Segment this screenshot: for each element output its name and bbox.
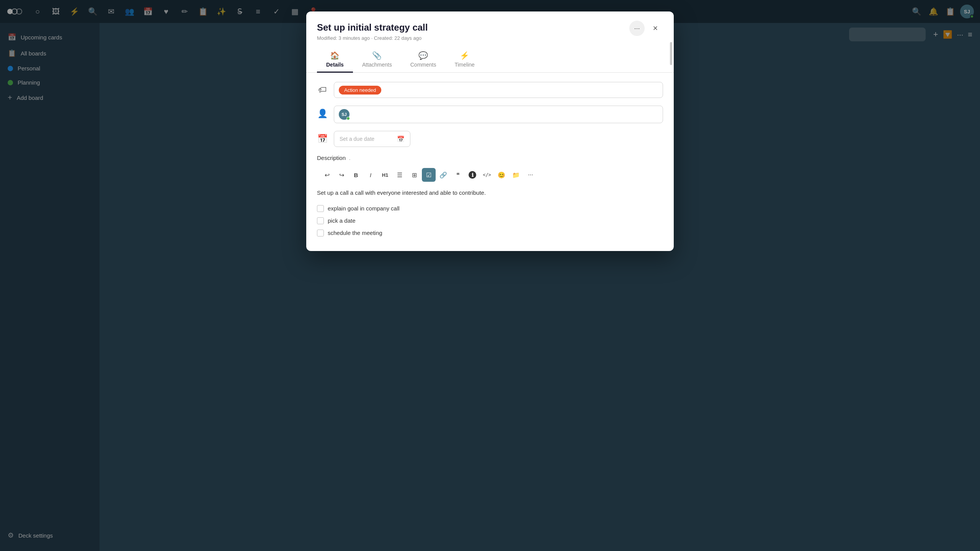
modal-title: Set up initial strategy call [317,22,663,33]
attachments-tab-icon: 📎 [372,51,382,60]
more-dots-icon: ··· [634,24,640,33]
modal-more-button[interactable]: ··· [629,21,645,36]
labels-container[interactable]: Action needed [334,82,663,98]
bullet-list-button[interactable]: ☰ [393,168,407,182]
comments-tab-icon: 💬 [418,51,428,60]
emoji-button[interactable]: 😊 [495,168,508,182]
bold-button[interactable]: B [349,168,363,182]
tab-comments-label: Comments [410,62,436,68]
card-detail-modal: Set up initial strategy call Modified: 3… [306,11,674,251]
tab-attachments-label: Attachments [362,62,392,68]
calendar-icon: 📅 [397,135,405,143]
assignee-field-content: SJ [334,106,663,123]
modal-actions: ··· × [629,21,663,36]
more-formats-icon: ··· [528,171,533,178]
modal-close-button[interactable]: × [648,21,663,36]
bold-icon: B [354,172,358,178]
modal-header: Set up initial strategy call Modified: 3… [306,11,674,41]
cursor-dot: · [349,155,351,163]
assignee-online-dot [346,117,350,120]
editor-toolbar: ↩ ↪ B I H1 ☰ [317,166,663,184]
file-button[interactable]: 📁 [509,168,523,182]
checklist-label-2: pick a date [328,217,356,224]
tab-details[interactable]: 🏠 Details [317,47,353,73]
heading-button[interactable]: H1 [378,168,392,182]
due-date-input[interactable]: Set a due date 📅 [334,131,410,147]
emoji-icon: 😊 [498,171,505,179]
assignee-field-row: 👤 SJ [317,106,663,123]
due-date-field-row: 📅 Set a due date 📅 [317,131,663,147]
checklist-checkbox-3[interactable] [317,230,324,236]
code-button[interactable]: </> [480,168,494,182]
tab-timeline[interactable]: ⚡ Timeline [445,47,483,73]
tab-timeline-label: Timeline [454,62,474,68]
modal-overlay: Set up initial strategy call Modified: 3… [0,0,980,551]
timeline-tab-icon: ⚡ [460,51,469,60]
checklist-icon: ☑ [426,171,431,179]
bullet-list-icon: ☰ [397,171,402,179]
due-date-field-content: Set a due date 📅 [334,131,663,147]
modal-tabs: 🏠 Details 📎 Attachments 💬 Comments ⚡ Tim… [306,47,674,73]
assignee-container[interactable]: SJ [334,106,663,123]
assignee-initials: SJ [341,112,346,117]
due-date-placeholder: Set a due date [340,136,374,142]
code-icon: </> [483,172,491,178]
label-field-icon: 🏷 [317,85,328,95]
tab-details-label: Details [326,62,344,68]
blockquote-icon: ❝ [456,171,460,179]
link-icon: 🔗 [439,171,447,179]
tab-comments[interactable]: 💬 Comments [401,47,446,73]
checklist-item-3: schedule the meeting [317,230,663,236]
heading-icon: H1 [382,172,389,178]
modal-scrollbar-thumb[interactable] [670,42,672,65]
redo-button[interactable]: ↪ [335,168,348,182]
redo-icon: ↪ [339,171,344,179]
close-icon: × [653,23,658,33]
file-icon: 📁 [512,171,520,179]
labels-field-row: 🏷 Action needed [317,82,663,98]
checklist: explain goal in company call pick a date… [317,205,663,236]
undo-button[interactable]: ↩ [320,168,334,182]
assignee-field-icon: 👤 [317,109,328,119]
italic-icon: I [370,172,371,178]
undo-icon: ↩ [325,171,330,179]
modal-body: 🏷 Action needed 👤 SJ [306,73,674,251]
description-section: Description · ↩ ↪ B I [317,155,663,236]
checklist-button[interactable]: ☑ [422,168,436,182]
description-body-text: Set up a call a call with everyone inter… [317,189,663,197]
blockquote-button[interactable]: ❝ [451,168,465,182]
link-button[interactable]: 🔗 [436,168,450,182]
more-formats-button[interactable]: ··· [524,168,537,182]
due-date-icon: 📅 [317,134,328,144]
info-icon: ℹ [469,171,476,179]
ordered-list-button[interactable]: ⊞ [407,168,421,182]
assignee-avatar: SJ [339,109,350,120]
ordered-list-icon: ⊞ [412,171,417,179]
checklist-item-2: pick a date [317,217,663,224]
description-label: Description [317,155,346,161]
action-needed-tag[interactable]: Action needed [339,86,381,95]
modal-subtitle: Modified: 3 minutes ago · Created: 22 da… [317,35,663,41]
modal-scrollbar-track [670,42,672,243]
checklist-label-1: explain goal in company call [328,205,400,212]
checklist-label-3: schedule the meeting [328,230,382,236]
italic-button[interactable]: I [364,168,377,182]
labels-field-content: Action needed [334,82,663,98]
details-tab-icon: 🏠 [330,51,340,60]
info-button[interactable]: ℹ [466,168,479,182]
checklist-checkbox-1[interactable] [317,205,324,212]
checklist-checkbox-2[interactable] [317,217,324,224]
checklist-item-1: explain goal in company call [317,205,663,212]
tab-attachments[interactable]: 📎 Attachments [353,47,401,73]
